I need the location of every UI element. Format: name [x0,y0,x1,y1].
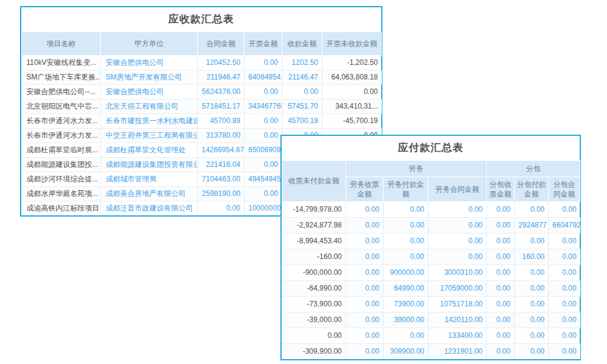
col-header-party-a: 甲方单位 [101,32,198,56]
cell-party-a-link[interactable]: 成都能源建设集团投资有限公司 [101,158,198,172]
cell-subcontract-receipt-amount: 0.00 [487,297,515,312]
payables-panel: 应付款汇总表 收票未付款金额 劳务 分包 劳务收票金额 劳务付款金额 劳务合同金… [280,135,581,360]
cell-subcontract-payment-amount: 0.00 [515,265,549,281]
cell-receipt-unpaid-amount: 0.00 [282,328,346,344]
cell-subcontract-payment-amount: 0.00 [515,281,549,297]
cell-receipt-unpaid-amount: -900,000.00 [282,265,346,281]
cell-contract-amount: 5718451.17 [198,99,245,114]
cell-party-a-link[interactable]: 成都泛普市政建设有限公司 [101,201,198,216]
cell-contract-amount: 120452.50 [198,56,245,70]
cell-project-name: 成渝高铁内江标段项目 [22,201,101,216]
cell-project-name: 110kV安徽线程集变... [22,56,101,70]
cell-project-name: SM广场地下车库更换... [22,70,101,85]
col-header-labor-payment-amount: 劳务付款金额 [384,177,429,202]
cell-contract-amount: 45700.89 [198,114,245,129]
cell-subcontract-contract-amount: 0.00 [549,328,580,344]
cell-project-name: 长春市伊通河水力发... [22,114,101,129]
cell-invoice-amount: 0.00 [245,56,282,70]
cell-received-amount: 1202.50 [282,56,322,70]
receivables-title: 应收款汇总表 [21,7,381,32]
cell-subcontract-payment-amount: 0.00 [515,202,549,218]
cell-labor-payment-amount: 0.00 [384,234,429,249]
cell-party-a-link[interactable]: 成都杜甫草堂文化管理处 [101,143,198,158]
cell-subcontract-contract-amount: 0.00 [549,344,580,360]
col-header-labor-contract-amount: 劳务合同金额 [429,177,487,202]
col-header-receipt-unpaid-amount: 收票未付款金额 [282,161,346,202]
cell-party-a-link[interactable]: 中交王府井第三工程局有限公司 [101,129,198,143]
cell-invoice-amount: 49454945. [245,172,282,187]
cell-party-a-link[interactable]: 成都城市管理局 [101,172,198,187]
cell-invoiced-unreceived-amount: -1,202.50 [322,56,382,70]
cell-received-amount: 57451.70 [282,99,322,114]
table-row: SM广场地下车库更换...SM房地产开发有限公司211946.476408495… [22,70,382,85]
cell-receipt-unpaid-amount: -73,900.00 [282,297,346,312]
cell-subcontract-payment-amount: 0.00 [515,297,549,312]
cell-project-name: 成都杜甫草堂临时展... [22,143,101,158]
cell-subcontract-contract-amount: 0.00 [549,265,580,281]
cell-receipt-unpaid-amount: -14,799,978.00 [282,202,346,218]
table-row: -900,000.000.00900000.003000310.000.000.… [282,265,580,281]
cell-labor-contract-amount: 17059000.00 [429,281,487,297]
report-canvas: 应收款汇总表 项目名称 甲方单位 合同金额 开票金额 收款金额 开票未收款金额 … [0,0,607,364]
cell-party-a-link[interactable]: 成都美合房地产有限公司 [101,187,198,201]
cell-labor-payment-amount: 900000.00 [384,265,429,281]
cell-party-a-link[interactable]: 北京天得工程有限公司 [101,99,198,114]
cell-subcontract-contract-amount: 0.00 [549,234,580,249]
cell-labor-contract-amount: 10751718.00 [429,297,487,312]
cell-receipt-unpaid-amount: -8,994,453.40 [282,234,346,249]
cell-invoice-amount: 65006909. [245,143,282,158]
cell-project-name: 成都沙河环境综合提... [22,172,101,187]
table-row: 0.000.000.00133400.000.000.000.00 [282,328,580,344]
table-row: 长春市伊通河水力发...长春市建投第一水利水电建设有限45700.890.004… [22,114,382,129]
cell-contract-amount: 5624376.00 [198,85,245,99]
cell-subcontract-payment-amount: 160.00 [515,249,549,265]
cell-invoice-amount: 0.00 [245,85,282,99]
cell-project-name: 北京朝阳区电气中芯... [22,99,101,114]
cell-subcontract-contract-amount: 0.00 [549,202,580,218]
table-row: 北京朝阳区电气中芯...北京天得工程有限公司5718451.1734346776… [22,99,382,114]
cell-received-amount: 45700.19 [282,114,322,129]
table-row: -309,900.000.00309900.001231901.000.000.… [282,344,580,360]
cell-labor-receipt-amount: 0.00 [346,328,384,344]
cell-invoiced-unreceived-amount: 64,063,808.18 [322,70,382,85]
cell-labor-receipt-amount: 0.00 [346,344,384,360]
cell-receipt-unpaid-amount: -64,990.00 [282,281,346,297]
table-row: -14,799,978.000.000.000.000.000.000.00 [282,202,580,218]
cell-labor-contract-amount: 0.00 [429,249,487,265]
cell-labor-contract-amount: 0.00 [429,218,487,234]
cell-party-a-link[interactable]: 安徽合肥供电公司 [101,85,198,99]
cell-project-name: 长春市伊通河水力发... [22,129,101,143]
cell-subcontract-receipt-amount: 0.00 [487,312,515,328]
cell-party-a-link[interactable]: 安徽合肥供电公司 [101,56,198,70]
cell-party-a-link[interactable]: 长春市建投第一水利水电建设有限 [101,114,198,129]
cell-subcontract-contract-amount: 0.00 [549,281,580,297]
cell-contract-amount: 2598190.00 [198,187,245,201]
cell-labor-receipt-amount: 0.00 [346,265,384,281]
cell-receipt-unpaid-amount: -309,900.00 [282,344,346,360]
cell-subcontract-receipt-amount: 0.00 [487,281,515,297]
col-header-invoice-amount: 开票金额 [245,32,282,56]
cell-subcontract-receipt-amount: 0.00 [487,234,515,249]
cell-subcontract-receipt-amount: 0.00 [487,202,515,218]
cell-contract-amount: 14266954.67 [198,143,245,158]
table-row: 安徽合肥供电公司--...安徽合肥供电公司5624376.000.000.000… [22,85,382,99]
cell-contract-amount: 211946.47 [198,70,245,85]
cell-labor-contract-amount: 133400.00 [429,328,487,344]
table-row: -160.000.000.000.000.00160.000.00 [282,249,580,265]
cell-project-name: 安徽合肥供电公司--... [22,85,101,99]
cell-labor-payment-amount: 0.00 [384,328,429,344]
cell-subcontract-contract-amount: 0.00 [549,312,580,328]
col-header-subcontract-receipt-amount: 分包收票金额 [487,177,515,202]
cell-receipt-unpaid-amount: -2,924,877.98 [282,218,346,234]
cell-invoice-amount: 10000000. [245,201,282,216]
payables-body: -14,799,978.000.000.000.000.000.000.00-2… [282,202,580,360]
col-header-subcontract-contract-amount: 分包合同金额 [549,177,580,202]
col-group-subcontract: 分包 [487,161,580,177]
cell-subcontract-receipt-amount: 0.00 [487,265,515,281]
table-row: 110kV安徽线程集变...安徽合肥供电公司120452.500.001202.… [22,56,382,70]
cell-party-a-link[interactable]: SM房地产开发有限公司 [101,70,198,85]
cell-received-amount: 21146.47 [282,70,322,85]
payables-header: 收票未付款金额 劳务 分包 劳务收票金额 劳务付款金额 劳务合同金额 分包收票金… [282,161,580,202]
cell-labor-receipt-amount: 0.00 [346,281,384,297]
cell-subcontract-payment-amount: 0.00 [515,344,549,360]
